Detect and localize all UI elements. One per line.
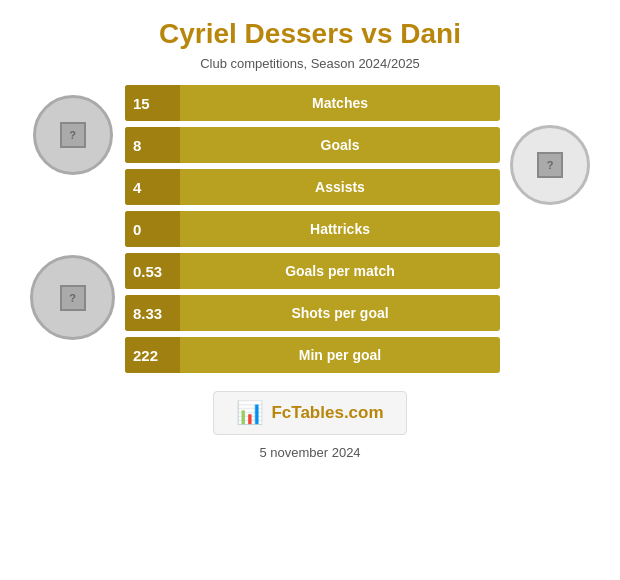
logo-icon: 📊 <box>236 400 263 426</box>
logo-text-brand: Tables.com <box>291 403 383 422</box>
logo-container: 📊 FcTables.com <box>213 391 406 435</box>
stat-value-0: 15 <box>125 85 180 121</box>
left-avatar-top-placeholder: ? <box>60 122 86 148</box>
stat-row: 8Goals <box>125 127 500 163</box>
logo-text-fc: Fc <box>271 403 291 422</box>
stat-value-2: 4 <box>125 169 180 205</box>
stat-label-6: Min per goal <box>180 347 500 363</box>
stat-label-0: Matches <box>180 95 500 111</box>
right-avatar-placeholder: ? <box>537 152 563 178</box>
stat-value-1: 8 <box>125 127 180 163</box>
page-title: Cyriel Dessers vs Dani <box>159 18 461 50</box>
stat-row: 8.33Shots per goal <box>125 295 500 331</box>
left-avatar-bottom-placeholder: ? <box>60 285 86 311</box>
stat-label-3: Hattricks <box>180 221 500 237</box>
stat-row: 4Assists <box>125 169 500 205</box>
stat-label-4: Goals per match <box>180 263 500 279</box>
left-avatar-bottom: ? <box>30 255 115 340</box>
stat-label-2: Assists <box>180 179 500 195</box>
logo-text: FcTables.com <box>271 403 383 423</box>
stat-label-1: Goals <box>180 137 500 153</box>
stat-value-6: 222 <box>125 337 180 373</box>
stat-value-4: 0.53 <box>125 253 180 289</box>
subtitle: Club competitions, Season 2024/2025 <box>200 56 420 71</box>
stat-value-3: 0 <box>125 211 180 247</box>
stat-row: 222Min per goal <box>125 337 500 373</box>
logo-box: 📊 FcTables.com <box>213 391 406 435</box>
right-avatar: ? <box>510 125 590 205</box>
stat-row: 0.53Goals per match <box>125 253 500 289</box>
stat-row: 15Matches <box>125 85 500 121</box>
date-label: 5 november 2024 <box>259 445 360 460</box>
stat-label-5: Shots per goal <box>180 305 500 321</box>
stats-column: 15Matches8Goals4Assists0Hattricks0.53Goa… <box>125 85 500 373</box>
stat-row: 0Hattricks <box>125 211 500 247</box>
left-avatar-top: ? <box>33 95 113 175</box>
stat-value-5: 8.33 <box>125 295 180 331</box>
